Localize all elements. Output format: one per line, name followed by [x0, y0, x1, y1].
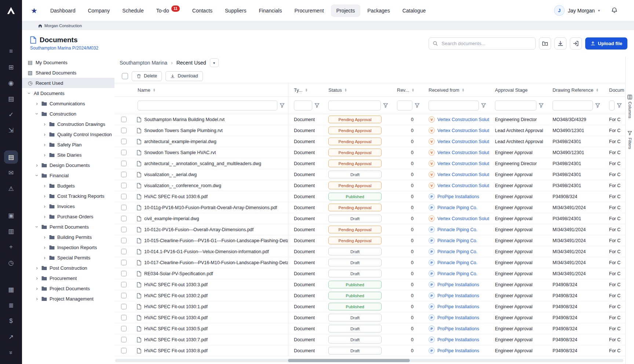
document-name[interactable]: HVAC SPEC Fit-out 1030:8.pdf [144, 348, 208, 353]
breadcrumb-project[interactable]: Southampton Marina [120, 60, 167, 66]
document-name[interactable]: visualization_-_aerial.dwg [144, 172, 197, 177]
rail-tasks-button[interactable]: ✓ [4, 108, 18, 121]
tree-folder-permit-documents[interactable]: › Permit Documents [22, 222, 114, 232]
table-row[interactable]: architectural_-_annotation_scaling_and_m… [114, 158, 625, 169]
filter-input[interactable] [553, 101, 593, 110]
table-row[interactable]: HVAC SPEC Fit-out 1030:1.pdf Document Pu… [114, 301, 625, 312]
tree-folder-design-documents[interactable]: › Design Documents [22, 160, 114, 170]
document-name[interactable]: 10-014.1-PV16-G1-Fusion---Velux-Dimensio… [144, 249, 269, 254]
rail-time-clock-button[interactable]: ◷ [4, 256, 18, 269]
filter-funnel-icon[interactable] [539, 103, 544, 108]
rail-add-plus-button[interactable]: + [4, 240, 18, 254]
horizontal-scrollbar[interactable] [115, 359, 623, 362]
row-checkbox[interactable] [121, 282, 127, 287]
search-input[interactable] [441, 40, 532, 47]
tree-folder-quality-control-inspection[interactable]: › Quality Control Inspection [22, 129, 114, 139]
filter-funnel-icon[interactable] [314, 103, 320, 108]
column-header-name[interactable]: Name ▲▼ [132, 83, 288, 97]
rail-dashboard-grid-button[interactable]: ▦ [4, 283, 18, 296]
row-checkbox[interactable] [121, 128, 127, 133]
tree-folder-project-management[interactable]: › Project Management [22, 294, 114, 304]
column-header-recv[interactable]: Received from ▲▼ [423, 83, 489, 97]
table-row[interactable]: 10-012c-PV16-Fusion---Overall-Array-Dime… [114, 224, 625, 235]
received-from-link[interactable]: Vertex Construction Solutio [437, 128, 489, 133]
received-from-link[interactable]: ProPipe Installations [437, 348, 479, 353]
row-checkbox[interactable] [121, 315, 127, 320]
document-name[interactable]: Snowdon Towers Sample HVAC.rvt [144, 150, 216, 155]
move-to-folder-button[interactable] [539, 37, 551, 50]
column-header-type[interactable]: Ty... ▲▼ [288, 83, 323, 97]
row-checkbox[interactable] [121, 205, 127, 210]
row-checkbox[interactable] [121, 172, 127, 177]
table-row[interactable]: HVAC SPEC Fit-out 1030:4.pdf Document Dr… [114, 312, 625, 323]
filter-input[interactable] [609, 101, 615, 110]
filter-input[interactable] [495, 101, 536, 110]
row-checkbox[interactable] [121, 293, 127, 298]
nav-item-suppliers[interactable]: Suppliers [219, 4, 252, 17]
table-row[interactable]: HVAC SPEC Fit-out 1030:2.pdf Document Pu… [114, 290, 625, 301]
received-from-link[interactable]: Vertex Construction Solutio [437, 183, 489, 188]
document-name[interactable]: 10-012c-PV16-Fusion---Overall-Array-Dime… [144, 227, 254, 232]
rail-collapse-chevrons-button[interactable]: » [4, 346, 18, 359]
sort-icon[interactable]: ▲▼ [305, 88, 308, 92]
filter-input[interactable] [328, 101, 381, 110]
select-all-checkbox[interactable] [122, 73, 128, 79]
tree-folder-financial[interactable]: › Financial [22, 170, 114, 181]
tree-folder-construction[interactable]: › Construction [22, 109, 114, 119]
received-from-link[interactable]: ProPipe Installations [437, 315, 479, 320]
sort-icon[interactable]: ▲▼ [153, 88, 156, 92]
column-header-docm[interactable]: Docum [604, 83, 625, 97]
row-checkbox[interactable] [121, 337, 127, 342]
received-from-link[interactable]: ProPipe Installations [437, 337, 479, 342]
tree-folder-cost-tracking-reports[interactable]: › Cost Tracking Reports [22, 191, 114, 201]
nav-item-schedule[interactable]: Schedule [117, 4, 149, 17]
column-header-stage[interactable]: Approval Stage [489, 83, 547, 97]
document-name[interactable]: HVAC SPEC Fit-out 1030:3.pdf [144, 282, 208, 287]
rail-file-transfer-button[interactable]: ⇲ [4, 124, 18, 137]
tree-folder-special-permits[interactable]: › Special Permits [22, 252, 114, 263]
row-checkbox[interactable] [121, 238, 127, 243]
received-from-link[interactable]: Pinnacle Piping Co. [437, 205, 477, 210]
filter-input[interactable] [397, 101, 412, 110]
table-row[interactable]: 10-011g-PV16-M10-Fusion-Portrait-Overall… [114, 202, 625, 213]
import-button[interactable] [570, 37, 582, 50]
row-checkbox[interactable] [121, 271, 127, 276]
document-name[interactable]: 10-011g-PV16-M10-Fusion-Portrait-Overall… [144, 205, 277, 210]
received-from-link[interactable]: ProPipe Installations [437, 304, 479, 309]
tree-folder-invoices[interactable]: › Invoices [22, 201, 114, 211]
table-row[interactable]: civil_example-imperial.dwg Document Draf… [114, 213, 625, 224]
tree-folder-inspection-reports[interactable]: › Inspection Reports [22, 242, 114, 252]
filters-tab[interactable]: Filters [627, 131, 632, 149]
table-row[interactable]: HVAC SPEC Fit-out 1030:5.pdf Document Dr… [114, 323, 625, 334]
document-name[interactable]: Snowdon Towers Sample Plumbing.rvt [144, 128, 223, 133]
document-name[interactable]: Southampton Marina Building Model.rvt [144, 117, 225, 122]
tree-item-all-documents[interactable]: › All Documents [22, 88, 114, 98]
table-row[interactable]: Snowdon Towers Sample Plumbing.rvt Docum… [114, 125, 625, 136]
table-row[interactable]: HVAC SPEC Fit-out 1030:7.pdf Document Dr… [114, 334, 625, 345]
rail-menu-button[interactable]: ≡ [4, 45, 18, 58]
table-row[interactable]: HVAC SPEC Fit-out 1030:6.pdf Document Pu… [114, 191, 625, 202]
document-name[interactable]: architectural_example-imperial.dwg [144, 139, 216, 144]
row-checkbox[interactable] [121, 194, 127, 199]
table-row[interactable]: 10-015-Clearline-Fusion---PV16-G1---Fusi… [114, 235, 625, 246]
tree-item-recent-used[interactable]: ◷ Recent Used [22, 78, 114, 88]
document-name[interactable]: HVAC SPEC Fit-out 1030:7.pdf [144, 337, 208, 342]
favorite-star-icon[interactable]: ★ [31, 6, 37, 15]
column-header-status[interactable]: Status ▲▼ [323, 83, 391, 97]
scrollbar-thumb[interactable] [288, 359, 410, 362]
row-checkbox[interactable] [121, 183, 127, 188]
rail-reports-trend-button[interactable]: ↗ [4, 330, 18, 343]
filter-input[interactable] [429, 101, 479, 110]
filter-funnel-icon[interactable] [415, 103, 420, 108]
sort-icon[interactable]: ▲▼ [462, 88, 464, 92]
sort-icon[interactable]: ▲▼ [596, 88, 598, 92]
table-row[interactable]: HVAC SPEC Fit-out 1030:3.pdf Document Pu… [114, 279, 625, 290]
tree-folder-purchase-orders[interactable]: › Purchase Orders [22, 211, 114, 222]
document-name[interactable]: RE034-Solar-PV-Specification.pdf [144, 271, 213, 276]
rail-documents-button[interactable]: ▤ [4, 150, 18, 164]
tree-folder-safety-plan[interactable]: › Safety Plan [22, 139, 114, 150]
rail-finance-dollar-button[interactable]: $ [4, 314, 18, 328]
row-checkbox[interactable] [121, 249, 127, 254]
download-button[interactable]: Download [165, 71, 203, 81]
row-checkbox[interactable] [121, 260, 127, 265]
